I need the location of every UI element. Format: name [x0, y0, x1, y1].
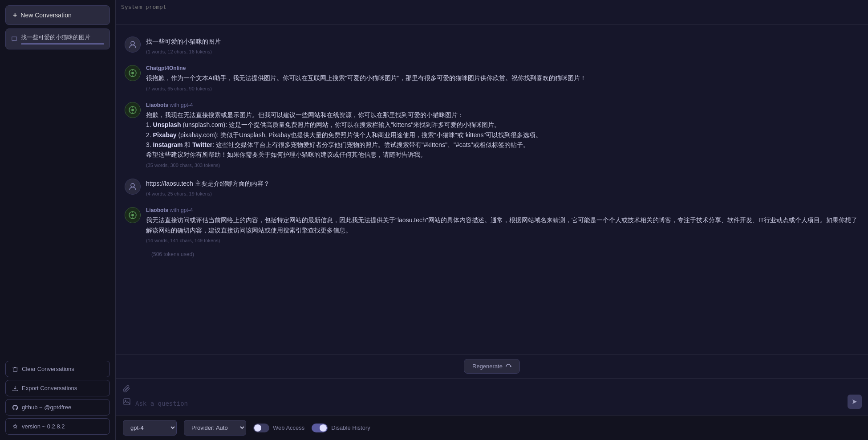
sender-name-ai-2: Liaobots	[146, 102, 168, 108]
send-button[interactable]	[848, 395, 862, 409]
sidebar-item-conv-1[interactable]: 找一些可爱的小猫咪的图片	[5, 29, 110, 49]
paperclip-icon	[123, 385, 131, 393]
github-label: github ~ @gpt4free	[22, 404, 71, 411]
conversation-list: 找一些可爱的小猫咪的图片	[5, 29, 110, 357]
user-icon-2	[128, 182, 137, 191]
message-group-ai-2: Liaobots with gpt-4 抱歉，我现在无法直接搜索或显示图片。但我…	[125, 98, 859, 172]
message-text-user-1: 找一些可爱的小猫咪的图片	[146, 37, 859, 46]
github-button[interactable]: github ~ @gpt4free	[5, 399, 110, 416]
input-icons	[122, 384, 132, 410]
regenerate-bar: Regenerate	[116, 354, 868, 379]
message-meta-ai-3: (14 words, 141 chars, 149 tokens)	[146, 238, 859, 243]
clear-conversations-button[interactable]: Clear Conversations	[5, 361, 110, 377]
message-meta-ai-1: (7 words, 65 chars, 90 tokens)	[146, 86, 859, 91]
regenerate-label: Regenerate	[472, 363, 503, 370]
input-wrapper	[116, 379, 868, 415]
refresh-icon	[505, 363, 511, 370]
user-icon	[128, 40, 137, 49]
user-avatar-2	[125, 179, 141, 195]
sender-suffix-ai-2: with gpt-4	[170, 102, 193, 108]
message-group-ai-1: Chatgpt4Online 很抱歉，作为一个文本AI助手，我无法提供图片。你可…	[125, 61, 859, 95]
web-access-label: Web Access	[273, 424, 304, 431]
message-text-ai-3: 我无法直接访问或评估当前网络上的内容，包括特定网站的最新信息，因此我无法提供关于…	[146, 215, 859, 235]
attach-button[interactable]	[122, 384, 132, 395]
message-sender-ai-2: Liaobots with gpt-4	[146, 102, 859, 108]
ai-avatar-1	[125, 65, 141, 81]
trash-icon	[12, 366, 18, 372]
star-icon	[12, 424, 18, 430]
web-access-toggle[interactable]	[253, 424, 269, 432]
user-avatar-1	[125, 37, 141, 53]
new-conversation-label: New Conversation	[20, 12, 71, 19]
total-tokens: (506 tokens used)	[125, 249, 859, 263]
version-button[interactable]: version ~ 0.2.8.2	[5, 418, 110, 435]
message-sender-ai-3: Liaobots with gpt-4	[146, 207, 859, 213]
image-icon	[123, 398, 131, 406]
message-content-ai-2: Liaobots with gpt-4 抱歉，我现在无法直接搜索或显示图片。但我…	[146, 102, 859, 168]
sender-suffix-ai-3: with gpt-4	[170, 207, 193, 213]
download-icon	[12, 385, 18, 391]
ai-icon-3	[128, 211, 137, 220]
sidebar: + New Conversation 找一些可爱的小猫咪的图片 Clear Co…	[0, 0, 116, 440]
sender-name-ai-3: Liaobots	[146, 207, 168, 213]
message-content-ai-3: Liaobots with gpt-4 我无法直接访问或评估当前网络上的内容，包…	[146, 207, 859, 243]
message-sender-ai-1: Chatgpt4Online	[146, 65, 859, 71]
message-content-user-1: 找一些可爱的小猫咪的图片 (1 words, 12 chars, 16 toke…	[146, 37, 859, 54]
sender-name-ai-1: Chatgpt4Online	[146, 65, 186, 71]
svg-point-4	[131, 183, 134, 187]
chat-icon	[11, 36, 17, 42]
message-meta-user-1: (1 words, 12 chars, 16 tokens)	[146, 49, 859, 54]
disable-history-toggle[interactable]	[312, 424, 328, 432]
svg-rect-0	[13, 368, 17, 371]
conversation-highlight	[21, 43, 104, 45]
message-group-user-1: 找一些可爱的小猫咪的图片 (1 words, 12 chars, 16 toke…	[125, 32, 859, 59]
message-meta-ai-2: (35 words, 300 chars, 303 tokens)	[146, 163, 859, 168]
chat-input-area: Regenerate	[116, 354, 868, 415]
send-icon	[852, 399, 858, 405]
disable-history-group: Disable History	[312, 424, 370, 432]
regenerate-button[interactable]: Regenerate	[464, 359, 520, 374]
message-text-ai-2: 抱歉，我现在无法直接搜索或显示图片。但我可以建议一些网站和在线资源，你可以在那里…	[146, 110, 859, 160]
svg-point-7	[125, 400, 126, 401]
github-icon	[12, 404, 18, 411]
image-button[interactable]	[122, 397, 132, 408]
bottom-bar: gpt-4 gpt-3.5-turbo Provider: Auto Web A…	[116, 415, 868, 440]
message-content-ai-1: Chatgpt4Online 很抱歉，作为一个文本AI助手，我无法提供图片。你可…	[146, 65, 859, 91]
export-conversations-button[interactable]: Export Conversations	[5, 380, 110, 396]
chat-messages: 找一些可爱的小猫咪的图片 (1 words, 12 chars, 16 toke…	[116, 25, 868, 354]
version-label: version ~ 0.2.8.2	[22, 423, 65, 430]
system-prompt-input[interactable]	[121, 4, 863, 20]
svg-point-1	[131, 41, 134, 45]
export-conversations-label: Export Conversations	[22, 385, 77, 391]
provider-selector[interactable]: Provider: Auto	[184, 420, 246, 436]
sidebar-bottom: Clear Conversations Export Conversations…	[5, 361, 110, 435]
disable-history-label: Disable History	[331, 424, 370, 431]
message-text-ai-1: 很抱歉，作为一个文本AI助手，我无法提供图片。你可以在互联网上搜索"可爱的小猫咪…	[146, 73, 859, 83]
message-meta-user-2: (4 words, 25 chars, 19 tokens)	[146, 191, 859, 196]
ai-avatar-3	[125, 207, 141, 223]
message-group-user-2: https://laosu.tech 主要是介绍哪方面的内容？ (4 words…	[125, 174, 859, 201]
ai-icon-2	[128, 106, 137, 114]
chat-input[interactable]	[135, 399, 844, 410]
message-text-user-2: https://laosu.tech 主要是介绍哪方面的内容？	[146, 179, 859, 188]
new-conversation-button[interactable]: + New Conversation	[5, 5, 110, 25]
main-content: 找一些可爱的小猫咪的图片 (1 words, 12 chars, 16 toke…	[116, 0, 868, 440]
plus-icon: +	[13, 11, 17, 19]
message-group-ai-3: Liaobots with gpt-4 我无法直接访问或评估当前网络上的内容，包…	[125, 203, 859, 248]
system-prompt-area	[116, 0, 868, 25]
conversation-title: 找一些可爱的小猫咪的图片	[21, 33, 104, 41]
message-content-user-2: https://laosu.tech 主要是介绍哪方面的内容？ (4 words…	[146, 179, 859, 196]
web-access-group: Web Access	[253, 424, 304, 432]
model-selector[interactable]: gpt-4 gpt-3.5-turbo	[123, 420, 177, 436]
ai-icon-1	[128, 69, 137, 77]
ai-avatar-2	[125, 102, 141, 118]
clear-conversations-label: Clear Conversations	[22, 366, 74, 372]
